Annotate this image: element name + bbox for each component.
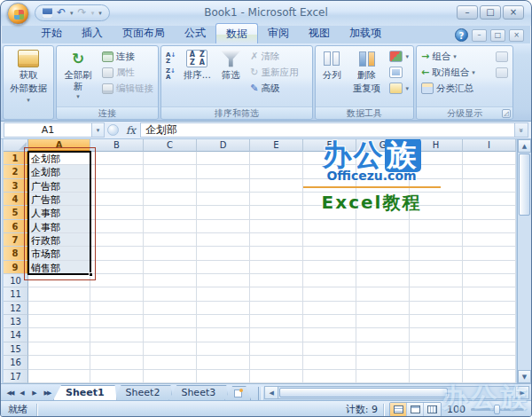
cell-D1[interactable] bbox=[197, 152, 250, 165]
column-header-I[interactable]: I bbox=[463, 139, 516, 152]
cell-D13[interactable] bbox=[197, 315, 250, 328]
cell-I13[interactable] bbox=[463, 315, 516, 328]
cell-B10[interactable] bbox=[90, 274, 144, 287]
cell-C17[interactable] bbox=[144, 370, 197, 383]
scroll-right-icon[interactable]: ▶ bbox=[515, 387, 528, 398]
vertical-scroll-thumb[interactable] bbox=[519, 153, 530, 216]
cell-I2[interactable] bbox=[463, 165, 516, 178]
cell-I9[interactable] bbox=[463, 261, 516, 274]
cell-F15[interactable] bbox=[303, 342, 356, 356]
ribbon-tab-公式[interactable]: 公式 bbox=[175, 23, 215, 43]
cell-B11[interactable] bbox=[90, 287, 144, 301]
cell-B14[interactable] bbox=[90, 328, 144, 342]
cell-D12[interactable] bbox=[197, 302, 250, 315]
cell-E6[interactable] bbox=[250, 220, 303, 233]
cell-B12[interactable] bbox=[90, 302, 144, 315]
cell-F10[interactable] bbox=[303, 274, 356, 287]
cell-D11[interactable] bbox=[197, 287, 250, 301]
cell-H9[interactable] bbox=[410, 261, 463, 274]
cell-B2[interactable] bbox=[90, 165, 144, 178]
minimize-button[interactable]: – bbox=[457, 5, 478, 20]
cell-H15[interactable] bbox=[410, 342, 463, 356]
cell-G10[interactable] bbox=[356, 274, 410, 287]
cell-F12[interactable] bbox=[303, 302, 356, 315]
text-to-columns-button[interactable]: 分列 bbox=[317, 48, 347, 106]
cell-H8[interactable] bbox=[410, 247, 463, 260]
insert-worksheet-tab[interactable] bbox=[224, 386, 251, 400]
restore-button[interactable]: □ bbox=[480, 5, 501, 20]
ribbon-tab-加载项[interactable]: 加载项 bbox=[340, 23, 391, 43]
ribbon-tab-视图[interactable]: 视图 bbox=[299, 23, 340, 43]
cell-B1[interactable] bbox=[90, 152, 144, 165]
cell-G13[interactable] bbox=[356, 315, 410, 328]
cell-C15[interactable] bbox=[144, 342, 197, 356]
cell-F8[interactable] bbox=[303, 247, 356, 260]
what-if-analysis-button[interactable]: ▾ bbox=[387, 81, 411, 96]
cell-D2[interactable] bbox=[197, 165, 250, 178]
cell-D9[interactable] bbox=[197, 261, 250, 274]
cell-G8[interactable] bbox=[356, 247, 410, 260]
cell-C7[interactable] bbox=[144, 233, 197, 247]
cell-E10[interactable] bbox=[250, 274, 303, 287]
cell-E11[interactable] bbox=[250, 287, 303, 301]
cell-F14[interactable] bbox=[303, 328, 356, 342]
sort-ascending-button[interactable]: A↓Z bbox=[163, 51, 178, 66]
column-header-B[interactable]: B bbox=[90, 139, 144, 152]
cell-C5[interactable] bbox=[144, 206, 197, 219]
sheet-tab-Sheet1[interactable]: Sheet1 bbox=[53, 385, 117, 400]
cell-D15[interactable] bbox=[197, 342, 250, 356]
subtotal-button[interactable]: 分类汇总 bbox=[419, 81, 491, 96]
cell-D3[interactable] bbox=[197, 179, 250, 193]
cell-B8[interactable] bbox=[90, 247, 144, 260]
cell-H16[interactable] bbox=[410, 356, 463, 369]
sort-button[interactable]: AZZA 排序... bbox=[180, 48, 214, 106]
data-validation-button[interactable]: ▾ bbox=[387, 49, 411, 64]
connections-button[interactable]: 连接 bbox=[99, 49, 156, 64]
cell-F9[interactable] bbox=[303, 261, 356, 274]
workbook-close-button[interactable]: × bbox=[509, 29, 524, 42]
cell-D14[interactable] bbox=[197, 328, 250, 342]
cell-I12[interactable] bbox=[463, 302, 516, 315]
cell-C9[interactable] bbox=[144, 261, 197, 274]
cell-G14[interactable] bbox=[356, 328, 410, 342]
cell-I7[interactable] bbox=[463, 233, 516, 247]
cell-I4[interactable] bbox=[463, 193, 516, 206]
normal-view-button[interactable] bbox=[390, 403, 407, 416]
horizontal-scroll-thumb[interactable] bbox=[279, 388, 448, 397]
cell-I1[interactable] bbox=[463, 152, 516, 165]
vertical-scrollbar[interactable]: ▲ ▼ bbox=[517, 139, 531, 383]
row-header-12[interactable]: 12 bbox=[4, 302, 28, 315]
cell-C12[interactable] bbox=[144, 302, 197, 315]
cell-E7[interactable] bbox=[250, 233, 303, 247]
cell-H7[interactable] bbox=[410, 233, 463, 247]
cell-A17[interactable] bbox=[28, 370, 90, 383]
cell-G15[interactable] bbox=[356, 342, 410, 356]
dialog-launcher-icon[interactable]: ◿ bbox=[502, 109, 511, 118]
page-break-view-button[interactable] bbox=[424, 403, 441, 416]
ribbon-tab-开始[interactable]: 开始 bbox=[31, 23, 72, 43]
expand-formula-bar-button[interactable]: » bbox=[515, 122, 528, 138]
cell-H17[interactable] bbox=[410, 370, 463, 383]
cell-C16[interactable] bbox=[144, 356, 197, 369]
cell-C13[interactable] bbox=[144, 315, 197, 328]
zoom-slider-thumb[interactable] bbox=[494, 405, 500, 414]
tab-split-handle[interactable] bbox=[258, 387, 262, 400]
cell-C10[interactable] bbox=[144, 274, 197, 287]
cell-I14[interactable] bbox=[463, 328, 516, 342]
cell-C1[interactable] bbox=[144, 152, 197, 165]
scroll-down-icon[interactable]: ▼ bbox=[518, 370, 531, 383]
cell-E16[interactable] bbox=[250, 356, 303, 369]
cell-D8[interactable] bbox=[197, 247, 250, 260]
cell-H14[interactable] bbox=[410, 328, 463, 342]
ribbon-tab-数据[interactable]: 数据 bbox=[215, 23, 258, 43]
column-header-C[interactable]: C bbox=[144, 139, 197, 152]
ribbon-tab-页面布局[interactable]: 页面布局 bbox=[113, 23, 175, 43]
cell-A11[interactable] bbox=[28, 287, 90, 301]
cell-A15[interactable] bbox=[28, 342, 90, 356]
page-layout-view-button[interactable] bbox=[407, 403, 424, 416]
cell-G9[interactable] bbox=[356, 261, 410, 274]
cell-B5[interactable] bbox=[90, 206, 144, 219]
cell-D4[interactable] bbox=[197, 193, 250, 206]
name-box[interactable]: A1 bbox=[4, 122, 92, 138]
ungroup-button[interactable]: ←取消组合▾ bbox=[419, 65, 491, 80]
